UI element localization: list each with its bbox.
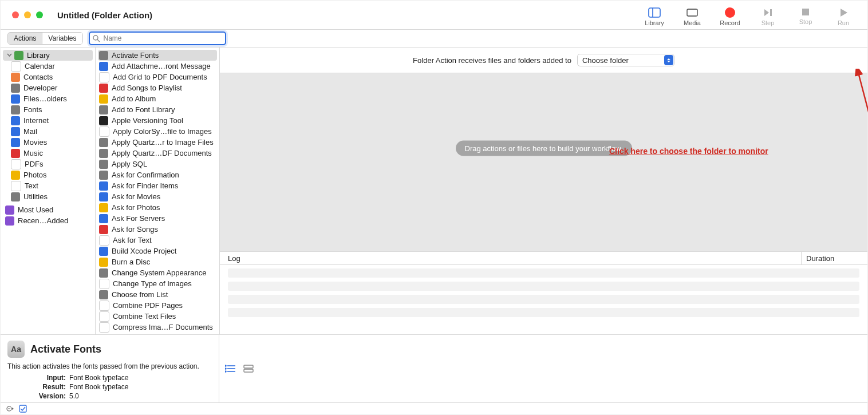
movies-icon xyxy=(11,138,20,147)
category-photos[interactable]: Photos xyxy=(1,169,95,180)
action-label: Ask for Text xyxy=(113,236,216,244)
stop-icon xyxy=(801,7,810,17)
category-pdfs[interactable]: PDFs xyxy=(1,159,95,169)
category-most-used[interactable]: Most Used xyxy=(1,204,95,215)
run-icon xyxy=(839,7,848,18)
minimize-button[interactable] xyxy=(24,11,31,18)
search-input[interactable] xyxy=(102,34,225,43)
action-item[interactable]: Ask for Finder Items xyxy=(96,180,219,191)
action-label: Ask for Finder Items xyxy=(112,181,216,190)
action-icon xyxy=(99,116,108,125)
category-internet[interactable]: Internet xyxy=(1,115,95,126)
action-icon xyxy=(99,235,109,246)
action-item[interactable]: Change Type of Images xyxy=(96,278,219,289)
action-item[interactable]: Choose from List xyxy=(96,289,219,300)
choose-folder-dropdown[interactable]: Choose folder xyxy=(577,54,674,66)
category-label: Movies xyxy=(23,138,92,147)
action-icon xyxy=(99,127,109,137)
status-menu-icon[interactable] xyxy=(6,405,14,413)
status-check-icon[interactable] xyxy=(19,405,27,413)
toolbar-record[interactable]: Record xyxy=(719,7,741,26)
toolbar-library[interactable]: Library xyxy=(644,7,665,26)
action-item[interactable]: Ask for Photos xyxy=(96,202,219,213)
action-label: Apply Quartz…r to Image Files xyxy=(112,138,216,147)
action-icon xyxy=(99,62,108,71)
toolbar-run[interactable]: Run xyxy=(833,7,854,26)
category-text[interactable]: Text xyxy=(1,180,95,191)
svg-line-6 xyxy=(858,73,868,149)
category-developer[interactable]: Developer xyxy=(1,82,95,93)
log-header-log[interactable]: Log xyxy=(220,252,801,264)
info-description: This action activates the fonts passed f… xyxy=(7,362,212,370)
info-result-value: Font Book typeface xyxy=(69,383,212,391)
toolbar-media[interactable]: Media xyxy=(681,7,703,26)
svg-rect-2 xyxy=(687,9,697,16)
action-item[interactable]: Compress Ima…F Documents xyxy=(96,322,219,333)
action-icon xyxy=(99,247,108,256)
window-title: Untitled (Folder Action) xyxy=(57,10,152,20)
action-label: Combine Text Files xyxy=(113,312,216,321)
category-recen-added[interactable]: Recen…Added xyxy=(1,215,95,226)
action-item[interactable]: Ask for Songs xyxy=(96,224,219,235)
action-label: Add Songs to Playlist xyxy=(112,84,216,92)
action-item[interactable]: Add Songs to Playlist xyxy=(96,82,219,93)
action-item[interactable]: Add Grid to PDF Documents xyxy=(96,72,219,82)
search-field[interactable] xyxy=(89,31,226,45)
category-library[interactable]: Library xyxy=(3,50,93,61)
zoom-button[interactable] xyxy=(36,11,43,18)
category-calendar[interactable]: Calendar xyxy=(1,61,95,72)
action-item[interactable]: Add to Font Library xyxy=(96,104,219,115)
action-item[interactable]: Combine Text Files xyxy=(96,311,219,322)
action-icon xyxy=(99,225,108,234)
category-mail[interactable]: Mail xyxy=(1,126,95,137)
grid-view-icon[interactable] xyxy=(243,365,254,373)
action-item[interactable]: Ask For Servers xyxy=(96,213,219,224)
action-icon xyxy=(99,72,109,82)
action-item[interactable]: Ask for Movies xyxy=(96,191,219,202)
action-item[interactable]: Apple Versioning Tool xyxy=(96,115,219,126)
action-item[interactable]: Add Attachme…ront Message xyxy=(96,61,219,72)
category-files-olders[interactable]: Files…olders xyxy=(1,93,95,104)
tab-actions[interactable]: Actions xyxy=(8,33,42,44)
action-item[interactable]: Apply Quartz…r to Image Files xyxy=(96,137,219,148)
action-item[interactable]: Ask for Text xyxy=(96,235,219,246)
log-body xyxy=(220,265,867,334)
log-header-duration[interactable]: Duration xyxy=(801,252,867,264)
list-view-icon[interactable] xyxy=(225,365,235,373)
fonts-icon xyxy=(11,105,20,114)
action-label: Ask for Confirmation xyxy=(112,171,216,179)
action-item[interactable]: Ask for Confirmation xyxy=(96,169,219,180)
annotation-text: Click here to choose the folder to monit… xyxy=(609,147,768,156)
category-music[interactable]: Music xyxy=(1,148,95,159)
category-fonts[interactable]: Fonts xyxy=(1,104,95,115)
category-movies[interactable]: Movies xyxy=(1,137,95,148)
toolbar-step[interactable]: Step xyxy=(757,7,779,26)
disclosure-icon[interactable] xyxy=(6,52,13,58)
action-label: Change System Appearance xyxy=(112,268,216,277)
category-label: Most Used xyxy=(18,205,92,214)
action-icon xyxy=(99,160,108,169)
action-label: Apply ColorSy…file to Images xyxy=(113,127,216,136)
tab-variables[interactable]: Variables xyxy=(42,33,82,44)
action-icon xyxy=(99,171,108,180)
action-item[interactable]: Burn a Disc xyxy=(96,256,219,267)
workflow-area[interactable]: Drag actions or files here to build your… xyxy=(220,73,867,252)
action-item[interactable]: Apply SQL xyxy=(96,159,219,169)
library-icon xyxy=(14,51,23,60)
action-item[interactable]: Change System Appearance xyxy=(96,267,219,278)
category-contacts[interactable]: Contacts xyxy=(1,72,95,82)
toolbar-stop[interactable]: Stop xyxy=(795,7,816,25)
category-label: PDFs xyxy=(25,160,92,168)
action-item[interactable]: Activate Fonts xyxy=(98,50,217,61)
category-utilities[interactable]: Utilities xyxy=(1,191,95,202)
utilities-icon xyxy=(11,192,20,201)
action-item[interactable]: Add to Album xyxy=(96,93,219,104)
action-item[interactable]: Apply Quartz…DF Documents xyxy=(96,148,219,159)
action-icon xyxy=(99,214,108,223)
action-icon xyxy=(99,192,108,201)
action-item[interactable]: Build Xcode Project xyxy=(96,246,219,256)
action-item[interactable]: Combine PDF Pages xyxy=(96,300,219,311)
action-item[interactable]: Apply ColorSy…file to Images xyxy=(96,126,219,137)
calendar-icon xyxy=(11,61,21,72)
close-button[interactable] xyxy=(12,11,19,18)
